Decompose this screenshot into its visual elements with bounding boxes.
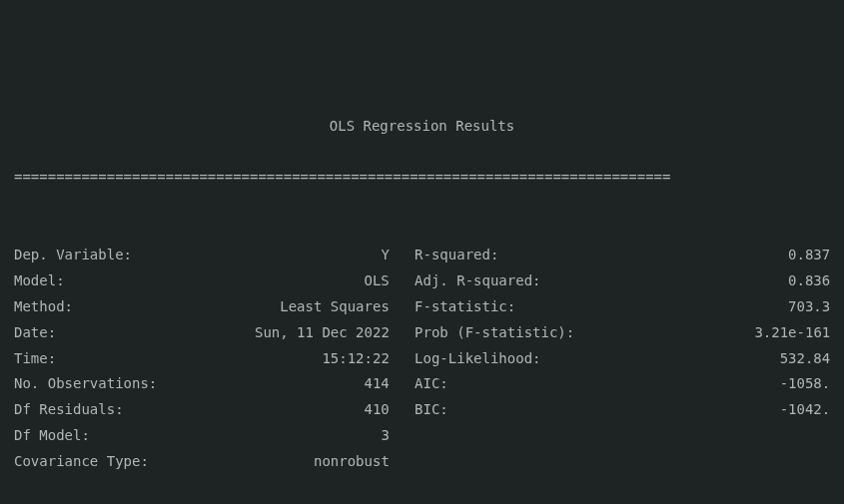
right-stats-block: R-squared:0.837Adj. R-squared:0.836F-sta… [398, 243, 830, 423]
stat-value: 15:12:22 [56, 346, 390, 372]
stat-row: R-squared:0.837 [398, 243, 830, 268]
stat-value: 410 [124, 397, 390, 423]
stat-value: Least Squares [73, 294, 390, 320]
stat-row: Log-Likelihood:532.84 [398, 346, 830, 372]
stat-row: F-statistic:703.3 [398, 294, 830, 320]
stat-row: AIC:-1058. [398, 371, 830, 397]
stat-value: nonrobust [149, 449, 390, 475]
stat-label: Model: [14, 268, 65, 294]
stat-label: Covariance Type: [14, 449, 149, 475]
stat-label: Dep. Variable: [14, 243, 132, 268]
stat-row: No. Observations:414 [14, 371, 390, 397]
stat-label: Prob (F-statistic): [398, 320, 574, 346]
stat-label: Df Model: [14, 423, 90, 449]
report-title: OLS Regression Results [14, 114, 830, 140]
stat-row: Df Model:3 [14, 423, 390, 449]
stat-value: 3.21e-161 [574, 320, 830, 346]
stat-label: Df Residuals: [14, 397, 124, 423]
stat-label: BIC: [398, 397, 448, 423]
summary-stats: Dep. Variable:YModel:OLSMethod:Least Squ… [14, 243, 830, 475]
stat-label: R-squared: [398, 243, 498, 268]
stat-value: OLS [65, 268, 390, 294]
stat-row: Df Residuals:410 [14, 397, 390, 423]
stat-value: Y [132, 243, 390, 268]
stat-row: Method:Least Squares [14, 294, 390, 320]
stat-label: Date: [14, 320, 56, 346]
stat-row: Dep. Variable:Y [14, 243, 390, 268]
stat-row: Model:OLS [14, 268, 390, 294]
stat-value: -1042. [448, 397, 830, 423]
stat-label: Adj. R-squared: [398, 268, 540, 294]
stat-row: Adj. R-squared:0.836 [398, 268, 830, 294]
stat-row: Covariance Type:nonrobust [14, 449, 390, 475]
stat-label: No. Observations: [14, 371, 157, 397]
left-stats-block: Dep. Variable:YModel:OLSMethod:Least Squ… [14, 243, 398, 475]
stat-value: -1058. [448, 371, 830, 397]
stat-label: AIC: [398, 371, 448, 397]
stat-value: 414 [157, 371, 390, 397]
stat-value: 3 [90, 423, 390, 449]
stat-row: BIC:-1042. [398, 397, 830, 423]
stat-label: F-statistic: [398, 294, 515, 320]
rule-top: ========================================… [14, 165, 830, 191]
stat-label: Log-Likelihood: [398, 346, 540, 372]
stat-value: 0.836 [541, 268, 831, 294]
stat-row: Date:Sun, 11 Dec 2022 [14, 320, 390, 346]
stat-value: 532.84 [541, 346, 831, 372]
stat-value: Sun, 11 Dec 2022 [56, 320, 390, 346]
stat-row: Prob (F-statistic):3.21e-161 [398, 320, 830, 346]
stat-row: Time:15:12:22 [14, 346, 390, 372]
stat-value: 0.837 [498, 243, 830, 268]
stat-label: Time: [14, 346, 56, 372]
stat-label: Method: [14, 294, 73, 320]
stat-value: 703.3 [515, 294, 830, 320]
